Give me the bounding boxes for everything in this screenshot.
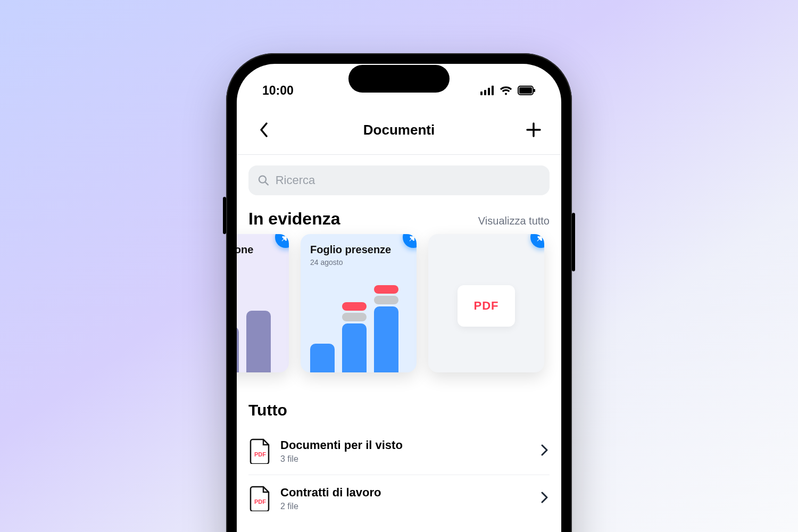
list-item[interactable]: PDF Documenti per il visto 3 file [248, 428, 550, 475]
card-date: 24 agosto [237, 258, 279, 267]
chevron-left-icon [259, 122, 270, 137]
chevron-right-icon [541, 444, 548, 458]
item-name: Contratti di lavoro [280, 486, 531, 500]
cellular-icon [480, 86, 494, 95]
svg-rect-6 [534, 89, 535, 92]
pin-icon [409, 234, 417, 242]
bars-icon [237, 311, 279, 372]
highlight-card-pdf[interactable]: PDF [428, 234, 544, 372]
screen: 10:00 Documenti In evidenza [237, 64, 561, 532]
divider [237, 154, 561, 155]
svg-rect-5 [519, 87, 532, 94]
card-date: 24 agosto [310, 258, 407, 267]
pdf-chip: PDF [458, 285, 515, 327]
add-button[interactable] [522, 118, 545, 142]
item-meta: 3 file [280, 454, 531, 464]
all-list: PDF Documenti per il visto 3 file PDF Co… [237, 425, 561, 525]
highlight-title: In evidenza [248, 209, 340, 229]
pin-icon [281, 234, 289, 242]
svg-text:PDF: PDF [254, 451, 266, 458]
svg-rect-3 [492, 86, 494, 95]
highlight-card-pianificazione[interactable]: Pianificazione 24 agosto [237, 234, 289, 372]
card-title: Foglio presenze [310, 244, 407, 256]
list-item[interactable]: PDF Contratti di lavoro 2 file [248, 475, 550, 522]
dynamic-island [348, 65, 450, 93]
wifi-icon [500, 86, 512, 95]
status-indicators [480, 86, 536, 95]
item-name: Documenti per il visto [280, 438, 531, 452]
highlight-card-foglio-presenze[interactable]: Foglio presenze 24 agosto [301, 234, 417, 372]
all-title: Tutto [237, 383, 561, 425]
phone-frame: 10:00 Documenti In evidenza [226, 53, 572, 532]
chevron-right-icon [541, 492, 548, 505]
svg-text:PDF: PDF [254, 498, 266, 505]
plus-icon [526, 122, 541, 137]
svg-rect-1 [484, 90, 486, 95]
bars-icon [310, 306, 407, 372]
search-input[interactable] [276, 173, 540, 187]
svg-point-7 [259, 176, 266, 183]
pin-icon [536, 234, 544, 242]
page-title: Documenti [363, 122, 435, 138]
nav-bar: Documenti [237, 106, 561, 154]
battery-icon [518, 86, 536, 95]
svg-rect-2 [488, 88, 490, 95]
status-time: 10:00 [262, 84, 294, 98]
highlight-cards: Pianificazione 24 agosto Foglio presenze… [237, 234, 561, 383]
view-all-link[interactable]: Visualizza tutto [478, 215, 550, 227]
pdf-file-icon: PDF [250, 486, 271, 511]
svg-rect-0 [480, 92, 483, 95]
back-button[interactable] [253, 118, 276, 142]
pdf-file-icon: PDF [250, 438, 271, 464]
item-meta: 2 file [280, 502, 531, 511]
highlight-header: In evidenza Visualizza tutto [237, 206, 561, 234]
card-title: Pianificazione [237, 244, 279, 256]
search-field[interactable] [248, 165, 550, 195]
search-icon [258, 174, 269, 186]
pin-badge [530, 234, 544, 248]
